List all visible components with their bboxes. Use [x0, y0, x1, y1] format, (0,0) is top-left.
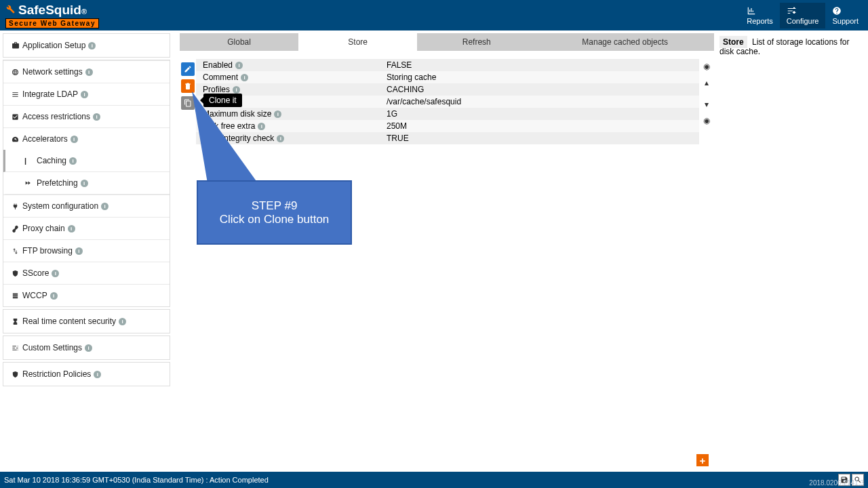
nav-reports[interactable]: Reports — [740, 3, 780, 28]
move-down-icon[interactable]: ▾ — [705, 100, 709, 109]
main: Application Setup i Network settings i I… — [0, 30, 868, 472]
info-icon: i — [68, 225, 75, 232]
sidebar-sscore[interactable]: SScore i — [3, 262, 170, 284]
help-icon — [832, 6, 859, 16]
info-icon: i — [69, 157, 77, 165]
edit-button[interactable] — [181, 62, 195, 76]
info-icon: i — [241, 74, 248, 81]
check-square-icon — [12, 113, 22, 121]
gauge-icon — [12, 136, 22, 143]
sidebar-accelerators[interactable]: Accelerators i — [3, 127, 170, 150]
nav-support[interactable]: Support — [825, 3, 865, 28]
briefcase-icon — [12, 41, 22, 49]
transfer-icon — [12, 247, 22, 255]
target-icon[interactable]: ◉ — [703, 62, 710, 71]
shield-icon — [12, 270, 22, 277]
chart-icon — [747, 6, 773, 16]
move-up-icon[interactable]: ▴ — [705, 78, 709, 87]
table-row: CommentiStoring cache — [196, 71, 699, 83]
callout-line1: STEP #9 — [198, 199, 351, 213]
list-icon — [12, 91, 22, 98]
sidebar-ldap[interactable]: Integrate LDAP i — [3, 83, 170, 105]
sliders-icon — [787, 6, 819, 16]
row-actions — [180, 59, 196, 144]
version-label: 2018.0206.2141.3 — [809, 479, 864, 487]
sidebar-network[interactable]: Network settings i — [3, 60, 170, 83]
table-row: Maximum disk sizei1G — [196, 108, 699, 120]
sidebar-restriction[interactable]: Restriction Policies i — [3, 363, 170, 386]
sidebar-sysconf[interactable]: System configuration i — [3, 195, 170, 217]
info-icon: i — [71, 136, 78, 143]
nav-configure[interactable]: Configure — [780, 3, 826, 28]
content-tabs: Global Store Refresh Manage cached objec… — [180, 33, 714, 51]
table-row: Disk free extrai250M — [196, 120, 699, 132]
logo-text: SafeSquid — [18, 3, 81, 18]
sidebar-item-label: Integrate LDAP — [22, 89, 78, 99]
nav-support-label: Support — [832, 17, 859, 25]
tab-store[interactable]: Store — [298, 33, 417, 51]
sidebar-proxy[interactable]: Proxy chain i — [3, 217, 170, 239]
status-bar: Sat Mar 10 2018 16:36:59 GMT+0530 (India… — [0, 472, 868, 488]
sidebar-item-label: Real time content security — [22, 317, 116, 326]
table-row: MD5 integrity checkiTRUE — [196, 132, 699, 144]
info-icon: i — [258, 123, 265, 130]
info-icon: i — [274, 110, 281, 118]
table-side-controls: ◉ ▴ ▾ ◉ — [699, 59, 714, 144]
sidebar-prefetching[interactable]: Prefetching i — [3, 172, 170, 195]
sidebar-item-label: Access restrictions — [22, 112, 90, 121]
status-text: Sat Mar 10 2018 16:36:59 GMT+0530 (India… — [4, 476, 269, 484]
info-icon: i — [94, 371, 101, 378]
sidebar-item-label: Restriction Policies — [22, 369, 91, 379]
info-icon: i — [235, 62, 243, 69]
sliders-icon — [12, 344, 22, 352]
tab-manage[interactable]: Manage cached objects — [536, 33, 714, 51]
sidebar-item-label: FTP browsing — [22, 246, 73, 256]
add-button[interactable]: + — [696, 454, 709, 466]
info-icon: i — [119, 318, 126, 325]
info-icon: i — [101, 203, 108, 210]
sidebar-wccp[interactable]: WCCP i — [3, 284, 170, 306]
logo-registered: ® — [81, 7, 87, 16]
clone-button[interactable] — [181, 96, 195, 110]
tab-refresh[interactable]: Refresh — [417, 33, 536, 51]
nav-reports-label: Reports — [747, 17, 773, 25]
globe-icon — [12, 68, 22, 76]
info-icon: i — [93, 113, 100, 121]
sidebar-item-label: Caching — [37, 156, 66, 165]
header-nav: Reports Configure Support — [740, 3, 865, 28]
nav-configure-label: Configure — [787, 17, 819, 25]
table-body: EnablediFALSE CommentiStoring cache Prof… — [196, 59, 699, 144]
info-icon: i — [85, 68, 93, 76]
sidebar-item-label: Custom Settings — [22, 343, 82, 352]
hourglass-icon — [12, 318, 22, 325]
sidebar-realtime[interactable]: Real time content security i — [3, 310, 170, 333]
info-icon: i — [75, 247, 83, 255]
plug-icon — [12, 203, 22, 210]
sidebar-item-label: SScore — [22, 268, 49, 278]
info-icon: i — [233, 86, 240, 94]
chain-icon — [12, 225, 22, 232]
tab-global[interactable]: Global — [180, 33, 298, 51]
sidebar-item-label: Accelerators — [22, 134, 68, 144]
sidebar-ftp[interactable]: FTP browsing i — [3, 239, 170, 262]
server-icon — [12, 292, 22, 300]
callout-line2: Click on Clone button — [198, 213, 351, 226]
info-panel: Store List of storage locations for disk… — [719, 33, 865, 472]
info-icon: i — [85, 344, 92, 352]
delete-button[interactable] — [181, 79, 195, 93]
sidebar-item-label: Application Setup — [22, 41, 85, 50]
sidebar-access[interactable]: Access restrictions i — [3, 105, 170, 127]
settings-table: EnablediFALSE CommentiStoring cache Prof… — [180, 59, 714, 144]
logo-wrench-icon — [5, 4, 16, 14]
top-header: SafeSquid ® Secure Web Gateway Reports C… — [0, 0, 868, 30]
target-icon[interactable]: ◉ — [703, 116, 710, 125]
sidebar-item-label: Prefetching — [37, 178, 78, 188]
sidebar-item-label: Network settings — [22, 67, 83, 77]
sidebar-app-setup[interactable]: Application Setup i — [3, 34, 170, 57]
instruction-callout: STEP #9 Click on Clone button — [197, 180, 352, 245]
sidebar-caching[interactable]: | Caching i — [3, 150, 170, 172]
logo-subtitle: Secure Web Gateway — [5, 18, 99, 28]
sidebar-item-label: Proxy chain — [22, 224, 65, 233]
sidebar: Application Setup i Network settings i I… — [0, 30, 173, 472]
sidebar-custom[interactable]: Custom Settings i — [3, 336, 170, 359]
